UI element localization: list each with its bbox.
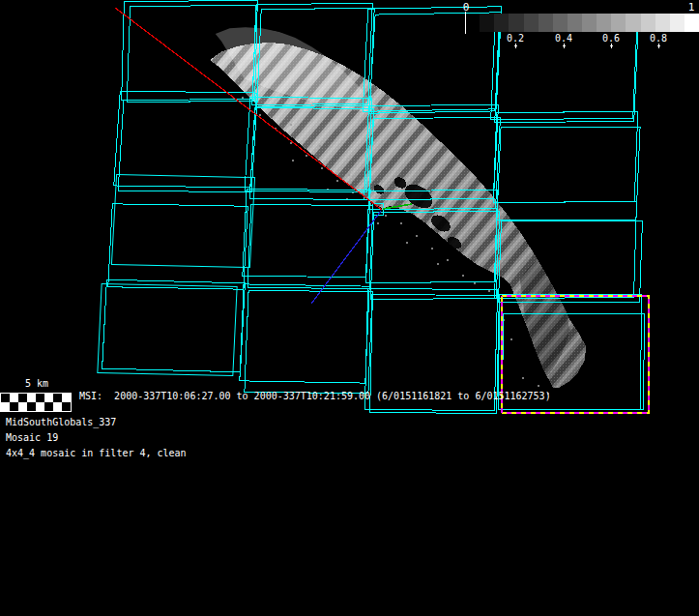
colorbar-tick-0.6: 0.6 [597,33,626,44]
dither-speckle [290,142,292,144]
colorbar-step [626,14,641,32]
dither-speckle [437,263,439,265]
dither-speckle [377,222,379,224]
colorbar-step [465,14,481,32]
msi-display-canvas[interactable]: 5 km MSI: 2000-337T10:06:27.00 to 2000-3… [0,0,699,616]
dither-speckle [474,282,476,284]
dither-speckle [538,385,539,387]
footprint-box[interactable] [102,279,246,372]
colorbar-tick-mark [610,45,613,46]
colorbar-step [611,14,626,32]
dither-speckle [431,248,433,249]
scalebar [0,393,72,412]
colorbar-step [684,14,699,32]
dither-speckle [336,180,338,182]
footprint-box[interactable] [497,127,640,220]
footprint-box[interactable] [114,91,256,188]
scalebar-cell [1,394,10,402]
dither-speckle [406,242,408,244]
colorbar-step [480,14,495,32]
dither-speckle [321,167,323,169]
colorbar-step [582,14,597,32]
scalebar-cell [27,394,36,402]
scalebar-cell [62,394,71,402]
scalebar-cell [10,402,18,411]
dither-speckle [488,290,490,292]
scalebar-cell [10,394,18,402]
sequence-name: MidSouthGlobals_337 [6,415,116,430]
dither-speckle [306,155,307,157]
dither-speckle [348,174,350,176]
footprint-box[interactable] [108,204,248,289]
footprint-box[interactable] [118,100,257,191]
dither-speckle [292,160,294,161]
colorbar-step [539,14,554,32]
colorbar-step [524,14,539,32]
colorbar-step [597,14,612,32]
status-line: MSI: 2000-337T10:06:27.00 to 2000-337T10… [79,390,551,402]
colorbar-tick-0.4: 0.4 [549,33,578,44]
colorbar-zero-tick [465,12,466,34]
dither-speckle [462,275,464,277]
scalebar-cell [53,394,62,402]
scalebar-cell [27,402,36,411]
scalebar-cell [36,402,44,411]
mosaic-number: Mosaic 19 [6,430,58,446]
scalebar-cell [44,394,53,402]
colorbar-tick-mark [514,45,517,46]
footprint-box[interactable] [243,189,370,278]
footprint-box[interactable] [111,175,254,268]
colorbar-step [494,14,510,32]
colorbar-step [509,14,524,32]
scalebar-cell [53,402,62,411]
colorbar-step [553,14,568,32]
colorbar-step [655,14,671,32]
dither-speckle [416,235,418,237]
scalebar-cell [18,402,27,411]
dither-speckle [259,114,261,116]
footprint-box[interactable] [493,112,638,203]
colorbar-max-label: 1 [684,1,698,14]
dither-speckle [522,377,524,379]
scalebar-label: 5 km [14,378,60,389]
colorbar-tick-mark [657,45,660,46]
mosaic-description: 4x4_4 mosaic in filter 4, clean [6,446,187,461]
footprint-box[interactable] [98,284,237,376]
colorbar-step [670,14,685,32]
scalebar-cell [62,402,71,411]
scene-graphics [0,0,699,616]
colorbar-tick-mark [563,45,566,46]
dither-speckle [385,215,387,217]
scalebar-cell [44,402,53,411]
dither-speckle [400,222,402,224]
dither-speckle [447,259,449,261]
colorbar-step [641,14,656,32]
scalebar-cell [1,402,10,411]
colorbar-min-label: 0 [459,1,473,14]
scalebar-cell [36,394,44,402]
dither-speckle [242,97,244,99]
colorbar-step [568,14,583,32]
footprint-box[interactable] [245,290,372,394]
colorbar-tick-0.8: 0.8 [644,33,673,44]
colorbar-tick-0.2: 0.2 [501,33,530,44]
footprint-box[interactable] [240,284,369,383]
scalebar-cell [18,394,27,402]
dither-speckle [290,124,292,126]
dither-speckle [319,145,321,147]
dither-speckle [510,338,512,340]
